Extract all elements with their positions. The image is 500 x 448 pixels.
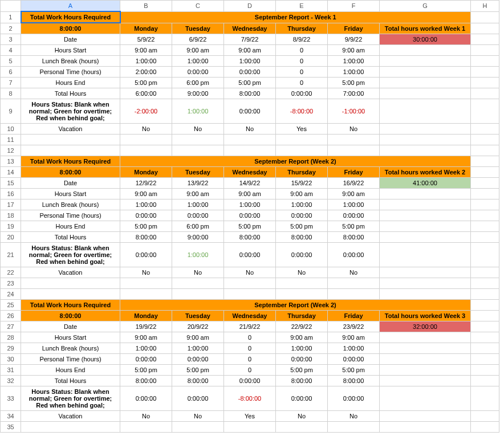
val-personal-2[interactable]: 0 (224, 354, 276, 365)
row-header-31[interactable]: 31 (1, 365, 21, 376)
day-wed[interactable]: Wednesday (224, 23, 276, 34)
cell[interactable] (328, 289, 380, 300)
row-header-30[interactable]: 30 (1, 354, 21, 365)
cell[interactable] (471, 321, 499, 332)
cell[interactable] (471, 311, 499, 321)
cell[interactable] (471, 289, 499, 300)
label-hend[interactable]: Hours End (21, 365, 120, 376)
row-header-34[interactable]: 34 (1, 411, 21, 422)
day-mon[interactable]: Monday (120, 311, 172, 321)
cell[interactable] (224, 289, 276, 300)
row-header-8[interactable]: 8 (1, 88, 21, 99)
label-thours[interactable]: Total Hours (21, 232, 120, 243)
vacation-2[interactable]: No (224, 124, 276, 135)
cell[interactable] (380, 78, 471, 88)
label-hstart[interactable]: Hours Start (21, 332, 120, 343)
val-start-2[interactable]: 9:00 am (224, 189, 276, 199)
val-lunch-3[interactable]: 0 (276, 56, 328, 67)
date-label[interactable]: Date (21, 34, 120, 45)
cell[interactable] (172, 289, 224, 300)
cell[interactable] (380, 189, 471, 199)
col-header-e[interactable]: E (276, 1, 328, 12)
total-label[interactable]: Total hours worked Week 2 (380, 167, 471, 178)
cell[interactable] (380, 56, 471, 67)
val-lunch-0[interactable]: 1:00:00 (120, 199, 172, 210)
vacation-4[interactable]: No (328, 411, 380, 422)
cell[interactable] (471, 178, 499, 189)
day-thu[interactable]: Thursday (276, 311, 328, 321)
cell[interactable] (380, 332, 471, 343)
select-all-corner[interactable] (1, 1, 21, 12)
val-lunch-2[interactable]: 1:00:00 (224, 56, 276, 67)
val-personal-3[interactable]: 0:00:00 (276, 210, 328, 221)
cell[interactable] (328, 278, 380, 289)
required-hours[interactable]: 8:00:00 (21, 311, 120, 321)
date-0[interactable]: 5/9/22 (120, 34, 172, 45)
day-mon[interactable]: Monday (120, 23, 172, 34)
val-lunch-4[interactable]: 1:00:00 (328, 343, 380, 354)
val-start-4[interactable]: 9:00 am (328, 332, 380, 343)
cell[interactable] (21, 145, 120, 156)
val-personal-1[interactable]: 0:00:00 (172, 354, 224, 365)
status-1[interactable]: 1:00:00 (172, 99, 224, 124)
status-2[interactable]: -8:00:00 (224, 386, 276, 411)
label-lunch[interactable]: Lunch Break (hours) (21, 56, 120, 67)
row-header-5[interactable]: 5 (1, 56, 21, 67)
spreadsheet-grid[interactable]: A B C D E F G H 1Total Work Hours Requir… (0, 0, 499, 433)
day-thu[interactable]: Thursday (276, 23, 328, 34)
label-thours[interactable]: Total Hours (21, 88, 120, 99)
cell[interactable] (380, 124, 471, 135)
val-lunch-1[interactable]: 1:00:00 (172, 199, 224, 210)
cell[interactable] (328, 145, 380, 156)
twhr-label[interactable]: Total Work Hours Required (21, 300, 120, 311)
row-header-14[interactable]: 14 (1, 167, 21, 178)
vacation-3[interactable]: No (276, 411, 328, 422)
val-personal-4[interactable]: 0:00:00 (328, 354, 380, 365)
status-1[interactable]: 1:00:00 (172, 243, 224, 267)
label-hend[interactable]: Hours End (21, 78, 120, 88)
val-total-0[interactable]: 8:00:00 (120, 232, 172, 243)
date-3[interactable]: 15/9/22 (276, 178, 328, 189)
val-end-0[interactable]: 5:00 pm (120, 365, 172, 376)
cell[interactable] (380, 376, 471, 386)
val-personal-3[interactable]: 0 (276, 67, 328, 78)
cell[interactable] (172, 278, 224, 289)
val-personal-1[interactable]: 0:00:00 (172, 67, 224, 78)
cell[interactable] (380, 278, 471, 289)
val-start-3[interactable]: 9:00 am (276, 189, 328, 199)
row-header-12[interactable]: 12 (1, 145, 21, 156)
cell[interactable] (380, 67, 471, 78)
cell[interactable] (471, 124, 499, 135)
day-wed[interactable]: Wednesday (224, 167, 276, 178)
cell[interactable] (380, 210, 471, 221)
row-header-32[interactable]: 32 (1, 376, 21, 386)
col-header-g[interactable]: G (380, 1, 471, 12)
val-start-0[interactable]: 9:00 am (120, 332, 172, 343)
cell[interactable] (471, 67, 499, 78)
val-start-2[interactable]: 9:00 am (224, 45, 276, 56)
label-thours[interactable]: Total Hours (21, 376, 120, 386)
cell[interactable] (471, 189, 499, 199)
row-header-10[interactable]: 10 (1, 124, 21, 135)
date-4[interactable]: 16/9/22 (328, 178, 380, 189)
cell[interactable] (380, 411, 471, 422)
cell[interactable] (380, 221, 471, 232)
vacation-1[interactable]: No (172, 124, 224, 135)
cell[interactable] (380, 199, 471, 210)
date-1[interactable]: 6/9/22 (172, 34, 224, 45)
val-lunch-3[interactable]: 1:00:00 (276, 199, 328, 210)
col-header-a[interactable]: A (21, 1, 120, 12)
date-2[interactable]: 14/9/22 (224, 178, 276, 189)
status-0[interactable]: -2:00:00 (120, 99, 172, 124)
val-end-4[interactable]: 5:00 pm (328, 78, 380, 88)
cell[interactable] (21, 278, 120, 289)
cell[interactable] (224, 135, 276, 145)
vacation-1[interactable]: No (172, 267, 224, 278)
val-personal-4[interactable]: 1:00:00 (328, 67, 380, 78)
row-header-3[interactable]: 3 (1, 34, 21, 45)
row-header-27[interactable]: 27 (1, 321, 21, 332)
val-lunch-4[interactable]: 1:00:00 (328, 56, 380, 67)
cell[interactable] (21, 135, 120, 145)
cell[interactable] (471, 156, 499, 167)
status-4[interactable]: -1:00:00 (328, 99, 380, 124)
